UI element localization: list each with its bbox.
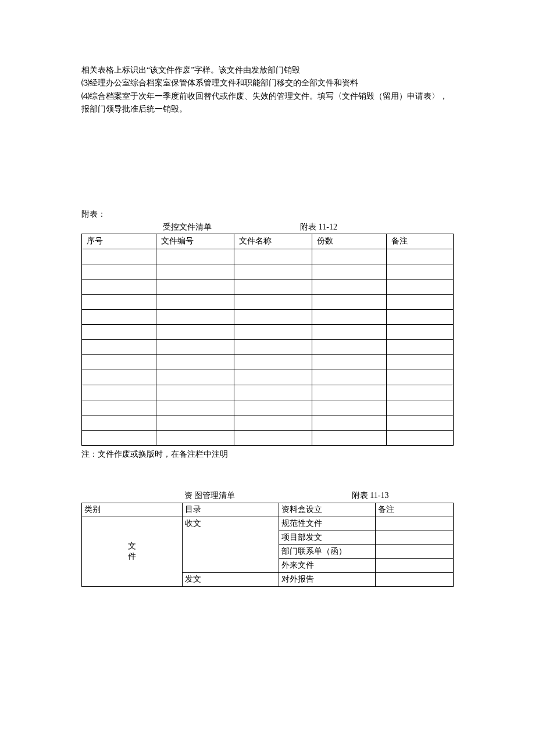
th-filename: 文件名称 xyxy=(234,234,312,249)
table-cell xyxy=(386,430,453,445)
table-cell xyxy=(386,294,453,309)
th-copies: 份数 xyxy=(312,234,387,249)
table-cell xyxy=(156,415,234,430)
table-cell xyxy=(156,324,234,339)
table-cell xyxy=(386,279,453,294)
table1-note: 注：文件作废或换版时，在备注栏中注明 xyxy=(81,449,454,460)
remark-cell xyxy=(375,558,453,572)
remark-cell xyxy=(375,544,453,558)
table-cell xyxy=(386,249,453,264)
table-cell xyxy=(312,385,387,400)
table-cell xyxy=(312,324,387,339)
table-cell xyxy=(82,339,156,354)
controlled-file-table: 序号 文件编号 文件名称 份数 备注 xyxy=(81,234,454,446)
table-cell xyxy=(386,370,453,385)
table-cell xyxy=(312,279,387,294)
table-cell xyxy=(312,339,387,354)
table-row xyxy=(82,294,454,309)
table-cell xyxy=(386,354,453,370)
table-cell xyxy=(312,370,387,385)
paragraph-2: ⑶经理办公室综合档案室保管体系管理文件和职能部门移交的全部文件和资料 xyxy=(81,77,454,89)
table-cell xyxy=(234,354,312,370)
table2-title: 资 图管理清单 xyxy=(182,489,349,503)
table-cell xyxy=(156,354,234,370)
table-cell xyxy=(156,400,234,415)
table-row xyxy=(82,279,454,294)
table-cell xyxy=(234,264,312,279)
table-row xyxy=(82,415,454,430)
remark-cell xyxy=(375,531,453,544)
table-cell xyxy=(156,339,234,354)
table-cell xyxy=(156,370,234,385)
th2-remark: 备注 xyxy=(375,503,453,517)
table-cell xyxy=(82,294,156,309)
th-seq: 序号 xyxy=(82,234,156,249)
table2-appendix: 附表 11-13 xyxy=(349,489,454,503)
table-row xyxy=(82,324,454,339)
table-cell xyxy=(386,324,453,339)
table-cell xyxy=(234,249,312,264)
table-cell xyxy=(234,294,312,309)
table-cell xyxy=(234,415,312,430)
table-cell xyxy=(386,415,453,430)
table-cell xyxy=(312,294,387,309)
table1-note-text: 注：文件作废或换版时，在备注栏中注明 xyxy=(81,450,228,458)
table1-title-row: 受控文件清单 附表 11-12 xyxy=(81,222,454,232)
table-cell xyxy=(82,309,156,324)
th2-category: 类别 xyxy=(82,503,183,517)
remark-cell xyxy=(375,517,453,531)
table-cell xyxy=(234,370,312,385)
table-cell xyxy=(234,324,312,339)
table-cell xyxy=(234,339,312,354)
th2-box: 资料盒设立 xyxy=(279,503,375,517)
spacer-2 xyxy=(81,460,454,489)
table-cell xyxy=(386,400,453,415)
table1-header-row: 序号 文件编号 文件名称 份数 备注 xyxy=(82,234,454,249)
catalog-send: 发文 xyxy=(182,572,279,586)
catalog-recv: 收文 xyxy=(182,517,279,572)
table-row xyxy=(82,385,454,400)
table-cell xyxy=(312,354,387,370)
table-cell xyxy=(156,294,234,309)
table-cell xyxy=(234,430,312,445)
table1-appendix: 附表 11-12 xyxy=(300,222,337,232)
box-cell: 外来文件 xyxy=(279,558,375,572)
table-cell xyxy=(312,415,387,430)
box-cell: 规范性文件 xyxy=(279,517,375,531)
table-row xyxy=(82,264,454,279)
table-cell xyxy=(234,309,312,324)
table-cell xyxy=(82,324,156,339)
table-cell xyxy=(312,309,387,324)
paragraph-3: ⑷综合档案室于次年一季度前收回替代或作废、失效的管理文件。填写〈文件销毁（留用）… xyxy=(81,90,454,116)
spacer xyxy=(81,116,454,203)
table-cell xyxy=(312,249,387,264)
th-fileno: 文件编号 xyxy=(156,234,234,249)
table-cell xyxy=(234,385,312,400)
table-row xyxy=(82,430,454,445)
resource-management-table: 类别 目录 资料盒设立 备注 文件 收文 规范性文件 项目部发文 部门联系单（函… xyxy=(81,503,454,587)
table-cell xyxy=(156,279,234,294)
table2-header-row: 类别 目录 资料盒设立 备注 xyxy=(82,503,454,517)
table-row xyxy=(82,400,454,415)
table-cell xyxy=(386,309,453,324)
table-cell xyxy=(312,400,387,415)
table-row xyxy=(82,354,454,370)
table-cell xyxy=(82,385,156,400)
table-cell xyxy=(312,430,387,445)
remark-cell xyxy=(375,572,453,586)
table-cell xyxy=(82,249,156,264)
th-remark: 备注 xyxy=(386,234,453,249)
table-cell xyxy=(234,400,312,415)
table-cell xyxy=(82,400,156,415)
table-cell xyxy=(156,430,234,445)
table-cell xyxy=(82,370,156,385)
table-cell xyxy=(156,249,234,264)
table-cell xyxy=(82,264,156,279)
table-cell xyxy=(82,354,156,370)
paragraph-1: 相关表格上标识出“该文件作废”字样。该文件由发放部门销毁 xyxy=(81,64,454,77)
table-row xyxy=(82,309,454,324)
table-row: 文件 收文 规范性文件 xyxy=(82,517,454,531)
table-cell xyxy=(82,279,156,294)
table-cell xyxy=(156,264,234,279)
table-row xyxy=(82,370,454,385)
